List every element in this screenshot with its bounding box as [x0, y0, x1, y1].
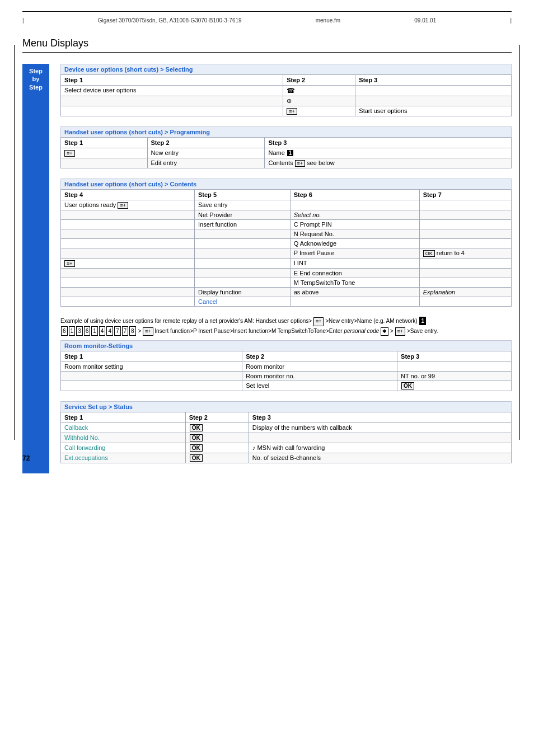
num-badge: 1	[419, 317, 426, 325]
table-row: Room monitor no. NT no. or 99	[61, 372, 512, 381]
cell-call-forwarding: Call forwarding	[61, 443, 186, 453]
col-step2: Step 2	[185, 412, 249, 423]
cell	[61, 288, 195, 297]
step-badge: Step by Step	[22, 64, 49, 473]
cell	[195, 239, 291, 248]
cell: ≡+	[283, 106, 355, 116]
cell: ≡+	[61, 259, 195, 269]
menu-icon: ≡+	[118, 202, 128, 209]
cell	[61, 269, 195, 278]
meta-page-file: menue.fm	[316, 17, 340, 24]
num-box: 7	[114, 326, 121, 336]
col-step2: Step 2	[283, 75, 355, 86]
cell: Contents ≡+ see below	[265, 158, 512, 168]
cell	[419, 220, 511, 229]
cell	[61, 278, 195, 288]
cell: OK	[185, 443, 249, 453]
section-handset-contents: Handset user options (short cuts) > Cont…	[60, 179, 512, 307]
menu-icon: ≡+	[313, 317, 324, 326]
cell: OK	[185, 453, 249, 463]
cell	[61, 229, 195, 239]
meta-left-pipe: |	[22, 17, 24, 24]
col-step2: Step 2	[147, 138, 265, 148]
table-row: Step 4 Step 5 Step 6 Step 7	[61, 190, 512, 200]
table-row: Step 1 Step 2 Step 3	[61, 75, 512, 86]
num-box: 8	[129, 326, 136, 336]
page-container: | Gigaset 3070/3075isdn, GB, A31008-G307…	[0, 0, 534, 485]
cell: OK	[397, 381, 512, 391]
cell	[195, 278, 291, 288]
ok-badge: OK	[190, 444, 203, 452]
table-row: User options ready ≡+ Save entry	[61, 200, 512, 210]
cell	[419, 229, 511, 239]
section3-table: Step 4 Step 5 Step 6 Step 7 User options…	[60, 189, 512, 307]
cell: NT no. or 99	[397, 372, 512, 381]
table-row: ≡+ Start user options	[61, 106, 512, 116]
section1-table: Step 1 Step 2 Step 3 Select device user …	[60, 74, 512, 116]
menu-icon: ≡+	[287, 108, 297, 115]
section3-header: Handset user options (short cuts) > Cont…	[60, 179, 512, 189]
section-room-monitor: Room monitor-Settings Step 1 Step 2 Step…	[60, 340, 512, 391]
cell: N Request No.	[290, 229, 419, 239]
cell	[61, 248, 195, 259]
cell: OK	[185, 433, 249, 443]
cell: I INT	[290, 259, 419, 269]
table-row: Display function as above Explanation	[61, 288, 512, 297]
ok-badge: OK	[190, 434, 203, 442]
col-step3: Step 3	[397, 351, 512, 362]
table-row: Room monitor setting Room monitor	[61, 362, 512, 372]
cell	[61, 381, 242, 391]
cell: New entry	[147, 148, 265, 158]
cell	[61, 96, 283, 106]
cell	[290, 297, 419, 307]
cell: Edit entry	[147, 158, 265, 168]
table-row: Ext.occupations OK No. of seized B-chann…	[61, 453, 512, 463]
table-row: P Insert Pause OK return to 4	[61, 248, 512, 259]
cell	[290, 200, 419, 210]
cell	[419, 297, 511, 307]
cell	[419, 269, 511, 278]
meta-right-pipe: |	[510, 17, 512, 24]
section2-header: Handset user options (short cuts) > Prog…	[60, 126, 512, 137]
cell: Select device user options	[61, 86, 283, 96]
table-row: Q Acknowledge	[61, 239, 512, 248]
cell-withhold: Withhold No.	[61, 433, 186, 443]
cell: Room monitor no.	[242, 372, 397, 381]
cell: Save entry	[195, 200, 291, 210]
cell	[195, 259, 291, 269]
cell: Cancel	[195, 297, 291, 307]
cell	[61, 239, 195, 248]
col-step2: Step 2	[242, 351, 397, 362]
table-row: Callback OK Display of the numbers with …	[61, 423, 512, 433]
table-row: Cancel	[61, 297, 512, 307]
ok-badge: OK	[423, 250, 435, 257]
star-icon: ✱	[381, 327, 388, 336]
section5-table: Step 1 Step 2 Step 3 Callback OK Display…	[60, 412, 512, 463]
cell: Display of the numbers with callback	[249, 423, 511, 433]
cell	[249, 433, 511, 443]
num-box: 1	[91, 326, 98, 336]
cell: OK	[185, 423, 249, 433]
left-margin-rule	[14, 45, 15, 440]
num-box: 4	[106, 326, 113, 336]
cell	[397, 362, 512, 372]
cell: Room monitor setting	[61, 362, 242, 372]
section4-header: Room monitor-Settings	[60, 340, 512, 351]
cell	[355, 96, 512, 106]
tables-column: Device user options (short cuts) > Selec…	[60, 64, 512, 473]
meta-date: 09.01.01	[414, 17, 436, 24]
table-row: Step 1 Step 2 Step 3	[61, 351, 512, 362]
right-margin-rule	[519, 45, 520, 440]
cell: ☎	[283, 86, 355, 96]
table-row: N Request No.	[61, 229, 512, 239]
num-box: 6	[61, 326, 68, 336]
col-step5: Step 5	[195, 190, 291, 200]
cell	[355, 86, 512, 96]
table-row: ≡+ New entry Name 1	[61, 148, 512, 158]
num-box: 3	[76, 326, 83, 336]
col-step1: Step 1	[61, 138, 148, 148]
menu-icon: ≡+	[295, 160, 306, 167]
table-row: Net Provider Select no.	[61, 210, 512, 220]
section2-table: Step 1 Step 2 Step 3 ≡+ New entry Name 1	[60, 137, 512, 168]
cell	[419, 259, 511, 269]
